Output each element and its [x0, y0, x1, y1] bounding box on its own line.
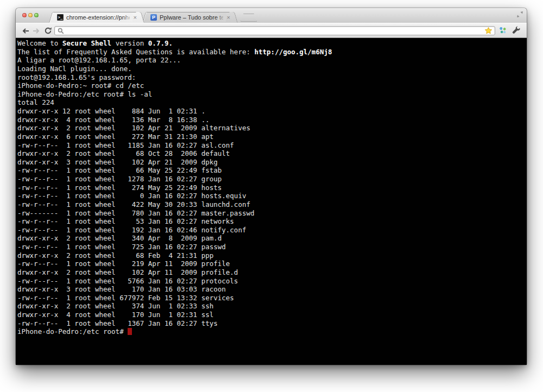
- terminal-text: -rw-r--r-- 1 root wheel 192 Jan 16 02:46…: [17, 226, 246, 234]
- close-window-button[interactable]: [22, 13, 27, 17]
- tab-secure-shell[interactable]: >_ chrome-extension://pnhech ×: [53, 12, 140, 23]
- terminal-text: drwxr-xr-x 2 root wheel 68 Oct 28 2006 d…: [17, 149, 230, 157]
- tab-title-fade: [122, 13, 132, 22]
- terminal-line: drwxr-xr-x 2 root wheel 340 Apr 8 2009 p…: [17, 234, 527, 243]
- terminal-text: drwxr-xr-x 3 root wheel 102 Apr 21 2009 …: [17, 158, 218, 166]
- terminal-text: -rw-r--r-- 1 root wheel 1278 Jan 16 02:2…: [17, 175, 222, 183]
- terminal-text: drwxr-xr-x 2 root wheel 68 Feb 4 21:31 p…: [17, 251, 213, 260]
- terminal-text: drwxr-xr-x 12 root wheel 884 Jun 1 02:31…: [17, 107, 205, 115]
- forward-button[interactable]: [33, 27, 42, 34]
- terminal-line: iPhone-do-Pedro:~ root# cd /etc: [17, 81, 527, 90]
- address-bar[interactable]: [54, 26, 495, 35]
- terminal-text-bold: 0.7.9.: [148, 39, 173, 47]
- terminal-text: Loading NaCl plugin... done.: [17, 65, 132, 73]
- search-icon: [58, 28, 64, 34]
- terminal-line: -rw------- 1 root wheel 780 Jan 16 02:27…: [17, 209, 527, 218]
- terminal-text: drwxr-xr-x 2 root wheel 102 Apr 11 2009 …: [17, 268, 238, 276]
- terminal-text: drwxr-xr-x 4 root wheel 136 Mar 8 16:38 …: [17, 116, 210, 124]
- terminal-line: Welcome to Secure Shell version 0.7.9.: [17, 39, 527, 48]
- terminal-cursor: [128, 328, 132, 335]
- terminal-line: The list of Frequently Asked Questions i…: [17, 48, 527, 56]
- zoom-window-button[interactable]: [34, 13, 39, 17]
- back-button[interactable]: [21, 27, 31, 34]
- terminal-text: iPhone-do-Pedro:/etc root#: [17, 327, 128, 336]
- terminal-text: -rw-r--r-- 1 root wheel 274 May 25 22:49…: [17, 184, 222, 192]
- terminal-line: root@192.168.1.65's password:: [17, 73, 527, 82]
- terminal-line: drwxr-xr-x 4 root wheel 136 Mar 8 16:38 …: [17, 116, 527, 124]
- terminal-line: -rw-r--r-- 1 root wheel 5766 Jan 16 02:2…: [17, 277, 527, 286]
- tab-pplware[interactable]: P Pplware – Tudo sobre tecnol ×: [147, 12, 233, 23]
- terminal-text-bold: http://goo.gl/m6Nj8: [255, 48, 332, 56]
- terminal-line: -rw-r--r-- 1 root wheel 677972 Feb 15 13…: [17, 294, 527, 302]
- terminal-line: drwxr-xr-x 3 root wheel 170 Jan 16 03:03…: [17, 285, 527, 294]
- window-controls: [22, 13, 39, 17]
- terminal-text: root@192.168.1.65's password:: [17, 73, 136, 81]
- tab-close-icon[interactable]: ×: [226, 15, 231, 21]
- terminal-text: version: [111, 39, 148, 47]
- wrench-menu-icon[interactable]: [512, 26, 521, 35]
- minimize-window-button[interactable]: [28, 13, 33, 17]
- tab-title: Pplware – Tudo sobre tecnol: [160, 14, 223, 21]
- url-input[interactable]: [66, 27, 484, 35]
- terminal-line: -rw-r--r-- 1 root wheel 725 Jan 16 02:27…: [17, 243, 527, 251]
- terminal-line: -rw-r--r-- 1 root wheel 192 Jan 16 02:46…: [17, 226, 527, 235]
- terminal-text: Welcome to: [17, 39, 62, 47]
- terminal-output[interactable]: Welcome to Secure Shell version 0.7.9.Th…: [16, 38, 527, 365]
- terminal-text: -rw------- 1 root wheel 780 Jan 16 02:27…: [17, 209, 255, 217]
- terminal-icon: >_: [57, 14, 64, 21]
- terminal-line: drwxr-xr-x 2 root wheel 102 Apr 11 2009 …: [17, 268, 527, 277]
- terminal-text: -rw-r--r-- 1 root wheel 725 Jan 16 02:27…: [17, 243, 226, 251]
- tab-title-fade: [215, 13, 226, 22]
- terminal-line: drwxr-xr-x 6 root wheel 272 Mar 31 21:30…: [17, 132, 527, 141]
- fullscreen-icon[interactable]: [516, 10, 523, 17]
- terminal-line: -rw-r--r-- 1 root wheel 0 Jan 16 02:27 h…: [17, 192, 527, 200]
- titlebar[interactable]: >_ chrome-extension://pnhech × P Pplware…: [16, 8, 527, 23]
- terminal-line: A ligar a root@192.168.1.65, porta 22...: [17, 56, 527, 65]
- terminal-line: -rw-r--r-- 1 root wheel 66 May 25 22:49 …: [17, 166, 527, 175]
- terminal-line: -rw-r--r-- 1 root wheel 219 Apr 11 2009 …: [17, 260, 527, 268]
- terminal-line: iPhone-do-Pedro:/etc root# ls -al: [17, 90, 527, 99]
- terminal-line: -rw-r--r-- 1 root wheel 53 Jan 16 02:27 …: [17, 217, 527, 226]
- terminal-line: -rw-r--r-- 1 root wheel 1278 Jan 16 02:2…: [17, 175, 527, 184]
- toolbar: [16, 23, 527, 38]
- terminal-text: -rw-r--r-- 1 root wheel 66 May 25 22:49 …: [17, 166, 222, 174]
- new-tab-button[interactable]: [241, 14, 257, 22]
- terminal-text: iPhone-do-Pedro:/etc root# ls -al: [17, 90, 152, 98]
- terminal-text: drwxr-xr-x 4 root wheel 170 Jun 1 02:31 …: [17, 311, 213, 319]
- terminal-line: drwxr-xr-x 2 root wheel 102 Apr 21 2009 …: [17, 124, 527, 132]
- terminal-line: drwxr-xr-x 2 root wheel 374 Jun 1 02:33 …: [17, 302, 527, 311]
- terminal-text-bold: Secure Shell: [62, 39, 111, 47]
- terminal-text: -rw-r--r-- 1 root wheel 0 Jan 16 02:27 h…: [17, 192, 246, 200]
- terminal-line: total 224: [17, 98, 527, 107]
- terminal-text: -rw-r--r-- 1 root wheel 1367 Jan 16 02:2…: [17, 319, 218, 327]
- terminal-text: drwxr-xr-x 2 root wheel 340 Apr 8 2009 p…: [17, 234, 222, 242]
- tab-title: chrome-extension://pnhech: [66, 14, 130, 21]
- terminal-text: -rw-r--r-- 1 root wheel 219 Apr 11 2009 …: [17, 260, 230, 268]
- terminal-text: The list of Frequently Asked Questions i…: [17, 48, 255, 56]
- terminal-text: iPhone-do-Pedro:~ root# cd /etc: [17, 81, 144, 90]
- terminal-text: total 224: [17, 98, 54, 106]
- browser-window: >_ chrome-extension://pnhech × P Pplware…: [16, 8, 527, 365]
- terminal-line: drwxr-xr-x 2 root wheel 68 Feb 4 21:31 p…: [17, 251, 527, 260]
- terminal-text: -rw-r--r-- 1 root wheel 53 Jan 16 02:27 …: [17, 217, 234, 225]
- terminal-line: -rw-r--r-- 1 root wheel 1185 Jan 16 02:2…: [17, 141, 527, 150]
- terminal-text: drwxr-xr-x 3 root wheel 170 Jan 16 03:03…: [17, 285, 226, 293]
- terminal-line: drwxr-xr-x 12 root wheel 884 Jun 1 02:31…: [17, 107, 527, 116]
- extension-icon[interactable]: [498, 26, 507, 35]
- terminal-text: -rw-r--r-- 1 root wheel 5766 Jan 16 02:2…: [17, 277, 238, 285]
- terminal-text: -rw-r--r-- 1 root wheel 677972 Feb 15 13…: [17, 294, 234, 302]
- reload-button[interactable]: [44, 27, 54, 34]
- terminal-line: drwxr-xr-x 4 root wheel 170 Jun 1 02:31 …: [17, 311, 527, 319]
- terminal-line: drwxr-xr-x 2 root wheel 68 Oct 28 2006 d…: [17, 149, 527, 158]
- pplware-icon: P: [150, 14, 157, 21]
- terminal-text: -rw-r--r-- 1 root wheel 422 May 30 20:33…: [17, 200, 250, 208]
- terminal-text: drwxr-xr-x 6 root wheel 272 Mar 31 21:30…: [17, 132, 213, 141]
- terminal-text: drwxr-xr-x 2 root wheel 374 Jun 1 02:33 …: [17, 302, 213, 310]
- terminal-line: -rw-r--r-- 1 root wheel 274 May 25 22:49…: [17, 184, 527, 192]
- bookmark-star-icon[interactable]: [484, 27, 493, 35]
- tab-close-icon[interactable]: ×: [132, 15, 138, 21]
- terminal-line: Loading NaCl plugin... done.: [17, 65, 527, 73]
- terminal-line: iPhone-do-Pedro:/etc root#: [17, 327, 527, 336]
- terminal-line: -rw-r--r-- 1 root wheel 422 May 30 20:33…: [17, 200, 527, 209]
- terminal-text: drwxr-xr-x 2 root wheel 102 Apr 21 2009 …: [17, 124, 250, 132]
